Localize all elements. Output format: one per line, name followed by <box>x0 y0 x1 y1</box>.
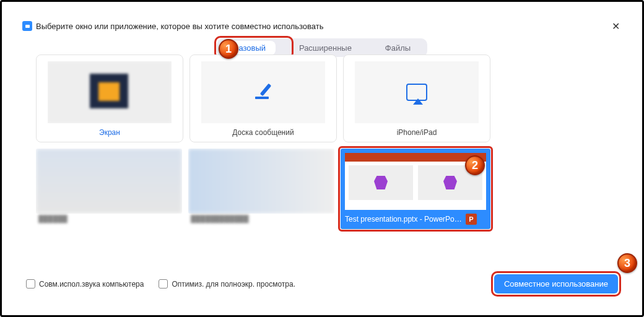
share-tile-window-1[interactable]: ██████ <box>36 149 182 229</box>
share-button-label: Совместное использование <box>504 279 608 289</box>
tile-label: Экран <box>99 128 120 137</box>
powerpoint-thumbnail <box>345 153 486 210</box>
powerpoint-icon: P <box>466 214 477 225</box>
close-icon[interactable]: ✕ <box>609 20 622 32</box>
dialog-title: Выберите окно или приложение, которое вы… <box>36 22 324 31</box>
dialog-header: Выберите окно или приложение, которое вы… <box>17 17 627 35</box>
share-button[interactable]: Совместное использование <box>494 274 618 293</box>
dialog-footer: Совм.испол.звука компьютера Оптимиз. для… <box>26 274 618 293</box>
share-tile-iphone-ipad[interactable]: iPhone/iPad <box>343 54 490 142</box>
zoom-app-icon <box>22 21 32 31</box>
tab-files[interactable]: Файлы <box>375 41 420 55</box>
powerpoint-caption: Test presentation.pptx - PowerPo… <box>345 215 462 224</box>
checkbox-icon <box>159 279 168 289</box>
airplay-icon <box>406 84 427 101</box>
annotation-badge-3: 3 <box>617 253 637 273</box>
checkbox-share-audio[interactable]: Совм.испол.звука компьютера <box>26 279 144 289</box>
pen-icon <box>251 80 275 104</box>
checkbox-icon <box>26 279 35 289</box>
tab-advanced[interactable]: Расширенные <box>289 41 362 55</box>
share-tile-window-2[interactable]: ████████████ <box>188 149 334 229</box>
annotation-badge-1: 1 <box>219 39 238 59</box>
share-tile-screen[interactable]: Экран <box>36 54 183 142</box>
annotation-badge-2: 2 <box>465 155 485 175</box>
checkbox-label: Совм.испол.звука компьютера <box>39 280 144 289</box>
checkbox-label: Оптимиз. для полноэкр. просмотра. <box>172 280 295 289</box>
checkbox-optimize-video[interactable]: Оптимиз. для полноэкр. просмотра. <box>159 279 295 289</box>
share-tile-whiteboard[interactable]: Доска сообщений <box>189 54 337 142</box>
share-sources-grid: Экран Доска сообщений iPhone/iPad ██████… <box>36 54 490 229</box>
tile-label: Доска сообщений <box>232 128 294 137</box>
tile-label: iPhone/iPad <box>397 128 437 137</box>
